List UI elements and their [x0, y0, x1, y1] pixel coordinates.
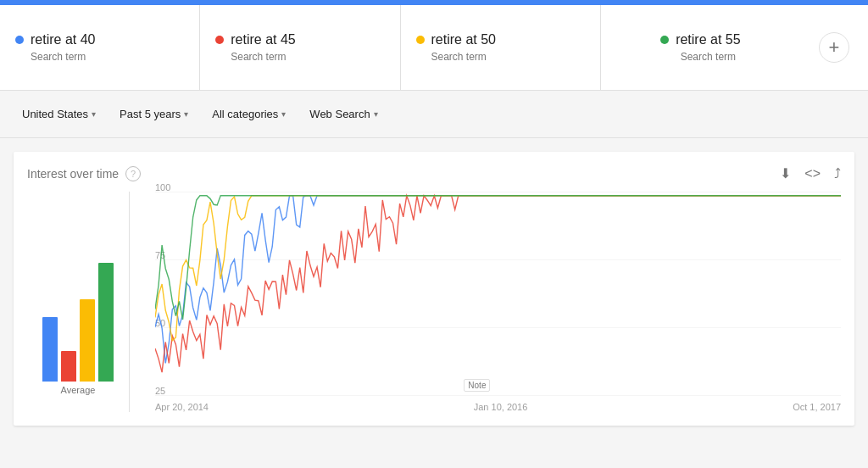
average-bars-container: Average: [27, 192, 129, 412]
term-sublabel-2: Search term: [431, 51, 585, 63]
share-icon[interactable]: ⤴: [834, 166, 841, 181]
filter-time-chevron: ▾: [184, 109, 188, 119]
filter-categories-chevron: ▾: [281, 109, 286, 119]
filter-time-label: Past 5 years: [120, 108, 181, 120]
search-term-card-3[interactable]: retire at 55 Search term: [601, 5, 800, 90]
filter-country[interactable]: United States▾: [14, 103, 104, 125]
avg-bar-3: [98, 263, 114, 382]
term-label-2: retire at 50: [431, 32, 496, 47]
trend-line: [155, 196, 841, 364]
term-sublabel-0: Search term: [31, 51, 184, 63]
filter-categories-label: All categories: [212, 108, 278, 120]
term-dot-3: [660, 36, 669, 44]
search-term-card-0[interactable]: retire at 40 Search term: [0, 5, 200, 90]
filter-categories[interactable]: All categories▾: [203, 103, 294, 125]
embed-icon[interactable]: <>: [804, 166, 821, 181]
note-label: Note: [464, 379, 490, 392]
term-dot-1: [215, 36, 224, 44]
chart-header: Interest over time ? ⬇ <> ⤴: [27, 165, 841, 181]
avg-bar-2: [80, 299, 95, 382]
term-label-3: retire at 55: [676, 32, 740, 47]
help-icon[interactable]: ?: [125, 166, 141, 181]
avg-label: Average: [61, 385, 96, 395]
add-term-card[interactable]: +: [800, 5, 868, 90]
filter-search-type[interactable]: Web Search▾: [301, 103, 386, 125]
filter-search-type-chevron: ▾: [374, 109, 378, 119]
term-dot-2: [416, 36, 425, 44]
grid-line-3: 25: [155, 395, 841, 396]
search-terms-container: retire at 40 Search term retire at 45 Se…: [0, 5, 868, 91]
x-label-2: Oct 1, 2017: [793, 402, 841, 412]
chart-title: Interest over time: [27, 167, 119, 181]
search-term-card-2[interactable]: retire at 50 Search term: [401, 5, 601, 90]
term-sublabel-3: Search term: [681, 51, 736, 63]
search-term-card-1[interactable]: retire at 45 Search term: [200, 5, 400, 90]
avg-bar-0: [42, 317, 58, 382]
filter-time[interactable]: Past 5 years▾: [111, 103, 197, 125]
chart-main: 100755025 Apr 20, 2014Jan 10, 2016Oct 1,…: [129, 192, 841, 412]
term-label-1: retire at 45: [231, 32, 295, 47]
term-sublabel-1: Search term: [231, 51, 384, 63]
x-label-0: Apr 20, 2014: [155, 402, 209, 412]
trend-line: [155, 196, 841, 372]
filter-search-type-label: Web Search: [309, 108, 370, 120]
term-dot-0: [15, 36, 24, 44]
term-label-0: retire at 40: [31, 32, 95, 47]
download-icon[interactable]: ⬇: [780, 165, 791, 181]
x-label-1: Jan 10, 2016: [474, 402, 528, 412]
add-term-button[interactable]: +: [819, 32, 849, 63]
avg-bar-1: [61, 351, 76, 382]
filter-country-chevron: ▾: [92, 109, 96, 119]
filter-country-label: United States: [22, 108, 88, 120]
chart-section: Interest over time ? ⬇ <> ⤴ Average 1007…: [14, 152, 854, 426]
trend-line: [155, 196, 841, 341]
filters-bar: United States▾Past 5 years▾All categorie…: [0, 91, 868, 138]
